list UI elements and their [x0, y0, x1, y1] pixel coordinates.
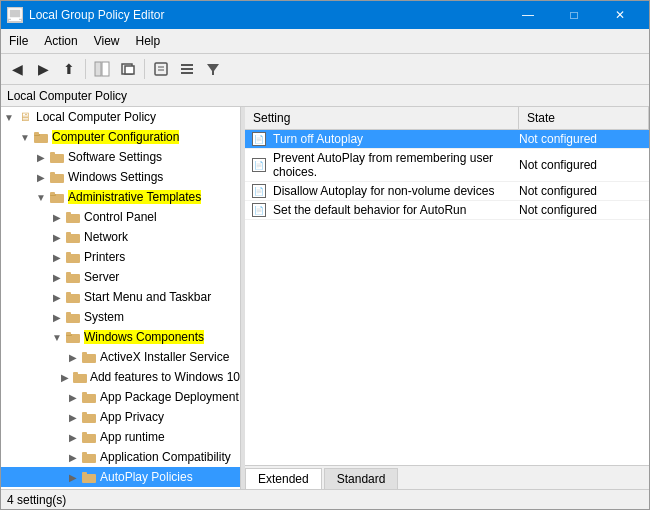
folder-icon: [65, 209, 81, 225]
svg-rect-26: [66, 234, 80, 243]
close-button[interactable]: ✕: [597, 1, 643, 29]
tree-item-label: Add features to Windows 10: [90, 370, 240, 384]
policy-name: Turn off Autoplay: [269, 132, 519, 146]
back-button[interactable]: ◀: [5, 57, 29, 81]
tree-item-windows-components[interactable]: ▼Windows Components: [1, 327, 240, 347]
folder-icon: [73, 369, 87, 385]
tree-item-app-privacy[interactable]: ▶App Privacy: [1, 407, 240, 427]
svg-rect-42: [73, 372, 78, 375]
tree-item-local-policy[interactable]: ▼🖥Local Computer Policy: [1, 107, 240, 127]
expand-icon[interactable]: ▶: [49, 249, 65, 265]
expand-icon[interactable]: ▶: [58, 369, 72, 385]
left-panel: ▼🖥Local Computer Policy▼Computer Configu…: [1, 107, 241, 489]
tree-item-admin-templates[interactable]: ▼Administrative Templates: [1, 187, 240, 207]
tree-item-label: AutoPlay Policies: [100, 470, 193, 484]
maximize-button[interactable]: □: [551, 1, 597, 29]
expand-icon[interactable]: ▶: [33, 169, 49, 185]
tree-item-label: App Package Deployment: [100, 390, 239, 404]
expand-icon[interactable]: ▶: [49, 289, 65, 305]
expand-icon[interactable]: ▶: [65, 349, 81, 365]
expand-icon[interactable]: ▶: [65, 469, 81, 485]
tree-item-software-settings[interactable]: ▶Software Settings: [1, 147, 240, 167]
folder-icon: [65, 249, 81, 265]
tab-extended[interactable]: Extended: [245, 468, 322, 489]
svg-rect-38: [66, 332, 71, 335]
tree-item-label: Start Menu and Taskbar: [84, 290, 211, 304]
list-item-prevent-autoplay[interactable]: 📄Prevent AutoPlay from remembering user …: [245, 149, 649, 182]
expand-icon[interactable]: ▼: [33, 189, 49, 205]
svg-rect-43: [82, 394, 96, 403]
expand-icon[interactable]: ▼: [49, 329, 65, 345]
tree-item-app-compat[interactable]: ▶Application Compatibility: [1, 447, 240, 467]
right-panel: Setting State 📄Turn off AutoplayNot conf…: [245, 107, 649, 489]
tree-item-system[interactable]: ▶System: [1, 307, 240, 327]
tree-item-app-package[interactable]: ▶App Package Deployment: [1, 387, 240, 407]
tree-item-add-features[interactable]: ▶Add features to Windows 10: [1, 367, 240, 387]
expand-icon[interactable]: ▶: [65, 449, 81, 465]
folder-icon: [65, 309, 81, 325]
tree-item-computer-config[interactable]: ▼Computer Configuration: [1, 127, 240, 147]
menu-help[interactable]: Help: [128, 31, 169, 51]
folder-icon: [65, 269, 81, 285]
minimize-button[interactable]: —: [505, 1, 551, 29]
policy-icon: 📄: [249, 184, 269, 198]
list-item-turn-off-autoplay[interactable]: 📄Turn off AutoplayNot configured: [245, 130, 649, 149]
expand-icon[interactable]: ▼: [1, 109, 17, 125]
tree-item-start-menu[interactable]: ▶Start Menu and Taskbar: [1, 287, 240, 307]
extended-view-button[interactable]: [175, 57, 199, 81]
svg-rect-30: [66, 274, 80, 283]
expand-icon[interactable]: ▶: [49, 209, 65, 225]
tree-item-label: Administrative Templates: [68, 190, 201, 204]
folder-icon: [81, 409, 97, 425]
svg-rect-6: [125, 66, 134, 74]
policy-state: Not configured: [519, 132, 649, 146]
tree-item-printers[interactable]: ▶Printers: [1, 247, 240, 267]
svg-rect-35: [66, 312, 71, 315]
tree-view[interactable]: ▼🖥Local Computer Policy▼Computer Configu…: [1, 107, 240, 489]
policy-state: Not configured: [519, 184, 649, 198]
properties-button[interactable]: [149, 57, 173, 81]
folder-icon: [81, 389, 97, 405]
tree-item-label: Local Computer Policy: [36, 110, 156, 124]
forward-button[interactable]: ▶: [31, 57, 55, 81]
tree-item-network[interactable]: ▶Network: [1, 227, 240, 247]
menu-action[interactable]: Action: [36, 31, 85, 51]
svg-rect-20: [50, 172, 55, 175]
svg-rect-46: [82, 412, 87, 415]
tree-item-autoplay[interactable]: ▶AutoPlay Policies: [1, 467, 240, 487]
filter-button[interactable]: [201, 57, 225, 81]
show-hide-button[interactable]: [90, 57, 114, 81]
up-button[interactable]: ⬆: [57, 57, 81, 81]
tree-item-app-runtime[interactable]: ▶App runtime: [1, 427, 240, 447]
expand-icon[interactable]: ▼: [17, 129, 33, 145]
expand-icon[interactable]: ▶: [33, 149, 49, 165]
policy-icon: 📄: [249, 203, 269, 217]
folder-icon: [49, 169, 65, 185]
header-state: State: [519, 107, 649, 129]
list-item-default-autorun[interactable]: 📄Set the default behavior for AutoRunNot…: [245, 201, 649, 220]
tab-standard[interactable]: Standard: [324, 468, 399, 489]
menu-file[interactable]: File: [1, 31, 36, 51]
tree-item-windows-settings[interactable]: ▶Windows Settings: [1, 167, 240, 187]
expand-icon[interactable]: ▶: [49, 269, 65, 285]
new-window-button[interactable]: [116, 57, 140, 81]
policy-name: Set the default behavior for AutoRun: [269, 203, 519, 217]
expand-icon[interactable]: ▶: [49, 229, 65, 245]
policy-name: Prevent AutoPlay from remembering user c…: [269, 151, 519, 179]
svg-rect-29: [66, 252, 71, 255]
menu-view[interactable]: View: [86, 31, 128, 51]
title-bar: Local Group Policy Editor — □ ✕: [1, 1, 649, 29]
tree-item-activex[interactable]: ▶ActiveX Installer Service: [1, 347, 240, 367]
tree-item-control-panel[interactable]: ▶Control Panel: [1, 207, 240, 227]
svg-rect-7: [155, 63, 167, 75]
expand-icon[interactable]: ▶: [65, 409, 81, 425]
toolbar: ◀ ▶ ⬆: [1, 54, 649, 85]
header-setting: Setting: [245, 107, 519, 129]
list-item-disallow-autoplay[interactable]: 📄Disallow Autoplay for non-volume device…: [245, 182, 649, 201]
expand-icon[interactable]: ▶: [49, 309, 65, 325]
expand-icon[interactable]: ▶: [65, 389, 81, 405]
list-view[interactable]: 📄Turn off AutoplayNot configured📄Prevent…: [245, 130, 649, 465]
tree-item-server[interactable]: ▶Server: [1, 267, 240, 287]
expand-icon[interactable]: ▶: [65, 429, 81, 445]
svg-rect-16: [34, 132, 39, 135]
